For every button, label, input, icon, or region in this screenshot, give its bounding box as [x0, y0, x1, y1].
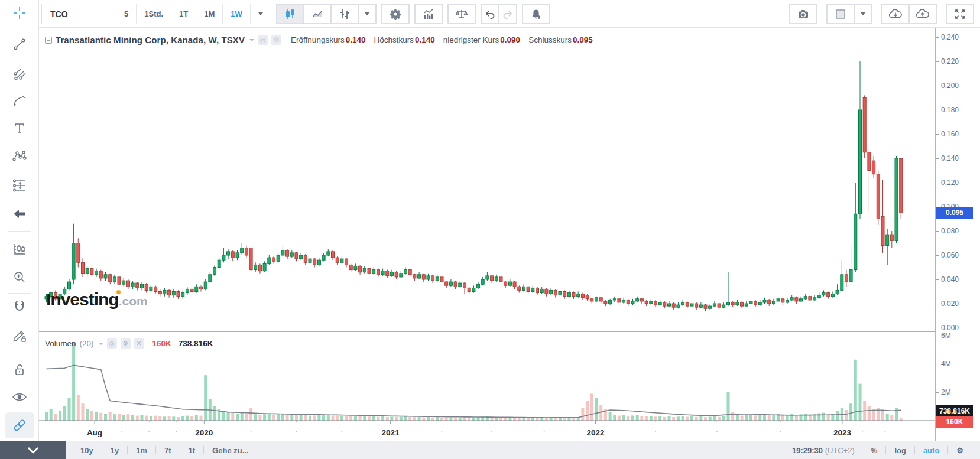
ohlc-bars-button[interactable]	[331, 4, 358, 24]
chart-settings-button[interactable]	[382, 4, 409, 24]
chevron-down-icon	[249, 39, 254, 41]
price-tick-mark	[936, 61, 939, 62]
range-7t-button[interactable]: 7t	[157, 445, 179, 456]
goto-date-button[interactable]: Gehe zu...	[205, 445, 255, 456]
link-charts-button[interactable]	[5, 412, 34, 438]
ohlc-bars-icon	[338, 8, 351, 21]
xabcd-pattern-tool[interactable]	[12, 149, 27, 166]
volume-tick-label: 4M	[941, 360, 951, 368]
interval-1month[interactable]: 1M	[196, 4, 223, 24]
chart-plot-area[interactable]: Aug2020202120222023	[39, 28, 935, 441]
interval-1day[interactable]: 1T	[171, 4, 196, 24]
price-tick-label: 0.000	[941, 324, 959, 332]
low-value: 0.090	[500, 35, 520, 44]
interval-1hour[interactable]: 1Std.	[137, 4, 171, 24]
brush-tool[interactable]	[12, 93, 27, 110]
svg-text:2021: 2021	[382, 428, 400, 437]
auto-scale-button[interactable]: auto	[916, 445, 946, 456]
chevron-down-icon	[365, 12, 369, 15]
volume-visibility-icon[interactable]: ◎	[107, 338, 117, 349]
range-1t-button[interactable]: 1t	[181, 445, 203, 456]
divider	[127, 446, 128, 454]
volume-indicator-name[interactable]: Volumen	[45, 339, 76, 348]
price-tick-label: 0.160	[941, 130, 959, 138]
clock-display[interactable]: 19:29:30 (UTC+2)	[786, 446, 861, 455]
drawing-lock-tool[interactable]	[12, 328, 27, 346]
candlestick-chart-button[interactable]	[277, 4, 304, 24]
watermark-orange-dot	[116, 290, 121, 294]
price-tick-mark	[936, 183, 939, 183]
zoom-in-icon	[12, 270, 27, 284]
chart-type-group	[276, 4, 377, 24]
settings-group	[381, 4, 410, 24]
high-value: 0.140	[415, 35, 435, 44]
compare-button[interactable]	[448, 4, 475, 24]
layout-select-button[interactable]	[827, 4, 854, 24]
ohlc-values: Eröffnungskurs0.140 Höchstkurs0.140 nied…	[291, 35, 593, 44]
price-tick-label: 0.240	[941, 33, 959, 41]
interval-dropdown[interactable]	[251, 4, 271, 24]
log-scale-button[interactable]: log	[887, 445, 913, 456]
line-chart-button[interactable]	[304, 4, 331, 24]
last-price-badge: 0.095	[936, 207, 973, 219]
zoom-in-tool[interactable]	[12, 270, 27, 287]
range-10y-button[interactable]: 10y	[73, 445, 100, 456]
measure-tool[interactable]	[12, 242, 27, 259]
timezone-label: (UTC+2)	[825, 446, 855, 455]
undo-button[interactable]	[481, 4, 499, 24]
load-layout-button[interactable]	[882, 4, 909, 24]
scale-settings-button[interactable]: ⚙	[949, 445, 971, 456]
cloud-group	[881, 4, 937, 24]
trend-line-icon	[12, 37, 27, 51]
price-tick-mark	[936, 328, 939, 328]
chart-style-dropdown[interactable]	[358, 4, 376, 24]
forecast-tool[interactable]	[12, 178, 27, 196]
volume-ma-value: 738.816K	[179, 339, 213, 348]
cloud-upload-icon	[915, 8, 930, 21]
legend-collapse-icon[interactable]	[45, 37, 52, 44]
percent-scale-button[interactable]: %	[864, 445, 885, 456]
trend-line-tool[interactable]	[12, 37, 27, 54]
camera-snapshot-button[interactable]	[790, 4, 817, 24]
magnet-tool[interactable]	[12, 300, 27, 316]
hide-all-tool[interactable]	[12, 391, 27, 405]
range-1y-button[interactable]: 1y	[103, 445, 126, 456]
save-layout-button[interactable]	[909, 4, 936, 24]
divider	[203, 446, 204, 454]
legend-settings-icon[interactable]: ⚙	[271, 35, 281, 45]
lock-all-tool[interactable]	[12, 363, 27, 379]
close-value: 0.095	[573, 35, 593, 44]
forecast-icon	[12, 178, 27, 193]
indicators-group	[414, 4, 443, 24]
volume-legend: Volumen (20) ◎ ⚙ ✕ 160K 738.816K	[45, 338, 213, 349]
alert-bell-icon	[530, 8, 543, 21]
interval-1week[interactable]: 1W	[223, 4, 251, 24]
fullscreen-button[interactable]	[946, 4, 973, 24]
interval-5min[interactable]: 5	[116, 4, 137, 24]
back-arrow-tool[interactable]	[12, 207, 27, 223]
price-axis[interactable]: 0.2400.2200.2000.1800.1600.1400.1200.100…	[935, 28, 980, 441]
volume-remove-icon[interactable]: ✕	[134, 338, 144, 349]
chevron-down-icon	[258, 12, 263, 15]
add-alert-button[interactable]	[523, 4, 550, 24]
legend-visibility-icon[interactable]: ◎	[258, 35, 268, 45]
instrument-title[interactable]: Transatlantic Mining Corp, Kanada, W, TS…	[56, 35, 245, 45]
range-1m-button[interactable]: 1m	[129, 445, 154, 456]
symbol-input[interactable]: TCO	[42, 4, 116, 24]
crosshair-tool[interactable]	[12, 6, 27, 22]
price-tick-label: 0.020	[941, 300, 959, 308]
chevron-down-icon	[99, 343, 103, 345]
divider	[947, 446, 948, 454]
volume-settings-icon[interactable]: ⚙	[121, 338, 131, 349]
sidebar-divider	[8, 293, 31, 294]
collapse-drawing-bar-button[interactable]	[0, 441, 66, 459]
text-tool[interactable]	[12, 121, 27, 138]
gann-fib-tool[interactable]	[12, 67, 27, 84]
indicators-icon	[422, 8, 435, 21]
indicators-button[interactable]	[415, 4, 442, 24]
undo-redo-group	[481, 4, 517, 24]
cloud-download-icon	[888, 8, 903, 21]
layout-dropdown[interactable]	[854, 4, 872, 24]
watermark-suffix: .com	[119, 294, 148, 308]
redo-button[interactable]	[499, 4, 517, 24]
